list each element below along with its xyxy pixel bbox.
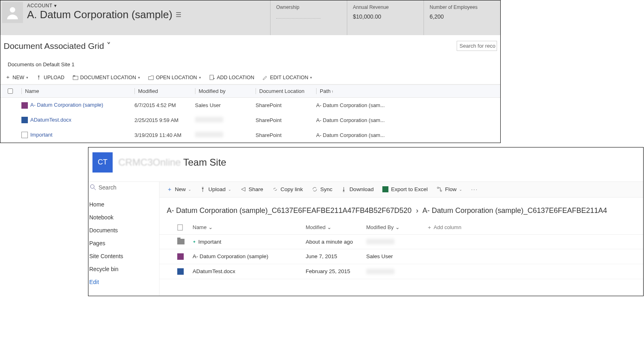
plus-icon: ＋ bbox=[427, 224, 432, 231]
document-link[interactable]: ADatumTest.docx bbox=[30, 117, 71, 123]
grid-row[interactable]: ADatumTest.docx 2/25/2015 9:59 AM ShareP… bbox=[0, 113, 500, 128]
search-label: Search bbox=[99, 184, 116, 191]
sp-list-row[interactable]: ADatumTest.docx February 25, 2015 bbox=[159, 264, 643, 279]
svg-point-5 bbox=[90, 185, 94, 188]
caret-down-icon: ⌄ bbox=[188, 187, 191, 192]
nav-edit[interactable]: Edit bbox=[88, 276, 159, 288]
flow-button[interactable]: Flow⌄ bbox=[436, 186, 462, 192]
nav-recycle-bin[interactable]: Recycle bin bbox=[88, 263, 159, 276]
edit-location-button[interactable]: EDIT LOCATION ▾ bbox=[262, 74, 313, 81]
open-folder-icon bbox=[148, 75, 154, 80]
document-location-label: Documents on Default Site 1 bbox=[0, 53, 500, 71]
more-actions-button[interactable]: ··· bbox=[471, 186, 478, 192]
upload-button[interactable]: ⭱Upload⌄ bbox=[200, 186, 231, 192]
kpi-label: Annual Revenue bbox=[353, 4, 412, 10]
nav-notebook[interactable]: Notebook bbox=[88, 211, 159, 224]
kpi-label: Ownership bbox=[276, 4, 336, 10]
grid-row[interactable]: A- Datum Corporation (sample) 6/7/2015 4… bbox=[0, 98, 500, 113]
col-name[interactable]: Name⌄ bbox=[193, 224, 306, 230]
share-button[interactable]: Share bbox=[240, 186, 263, 192]
edit-icon bbox=[262, 75, 268, 80]
item-name[interactable]: Important bbox=[198, 239, 221, 245]
caret-down-icon: ⌄ bbox=[208, 224, 213, 230]
document-link[interactable]: Important bbox=[30, 132, 52, 138]
label: NEW bbox=[13, 75, 24, 80]
subgrid-view-selector[interactable]: Document Associated Grid ˅ bbox=[4, 41, 111, 51]
location-folder-icon bbox=[73, 75, 78, 80]
new-button[interactable]: ＋ NEW ▾ bbox=[5, 74, 28, 81]
breadcrumb-part[interactable]: A- Datum Corporation (sample)_C6137E6FEA… bbox=[422, 206, 607, 215]
upload-icon: ⭱ bbox=[200, 186, 206, 192]
form-selector-icon[interactable]: ☰ bbox=[176, 11, 181, 19]
label: DOCUMENT LOCATION bbox=[80, 75, 136, 80]
grid-row[interactable]: Important 3/19/2019 11:40 AM SharePoint … bbox=[0, 128, 500, 143]
col-path[interactable]: Path bbox=[320, 88, 331, 94]
new-indicator-icon: ✦ bbox=[193, 240, 196, 244]
entity-type-label: ACCOUNT bbox=[27, 3, 52, 8]
col-modified[interactable]: Modified⌄ bbox=[306, 224, 366, 230]
col-name[interactable]: Name bbox=[25, 88, 39, 94]
caret-down-icon: ▾ bbox=[310, 76, 312, 80]
upload-button[interactable]: ⭱ UPLOAD bbox=[36, 74, 64, 81]
cell-modified: About a minute ago bbox=[306, 239, 366, 245]
search-input[interactable]: Search for reco bbox=[457, 41, 497, 51]
svg-point-8 bbox=[441, 190, 442, 192]
label: EDIT LOCATION bbox=[270, 75, 308, 80]
word-icon bbox=[177, 268, 184, 275]
download-button[interactable]: ⭳Download bbox=[341, 186, 373, 192]
sharepoint-panel: CT CRMC3OnlineTeam Site Search Home Note… bbox=[88, 147, 644, 296]
breadcrumb-part[interactable]: A- Datum Corporation (sample)_C6137E6FEA… bbox=[167, 206, 411, 215]
cell-modified-by bbox=[193, 117, 253, 124]
add-location-button[interactable]: + ADD LOCATION bbox=[209, 74, 254, 81]
nav-pages[interactable]: Pages bbox=[88, 237, 159, 250]
nav-home[interactable]: Home bbox=[88, 198, 159, 211]
breadcrumb-separator-icon: › bbox=[416, 206, 418, 215]
site-prefix: CRMC3Online bbox=[118, 157, 181, 168]
select-all-checkbox[interactable] bbox=[8, 88, 13, 94]
item-name[interactable]: ADatumTest.docx bbox=[193, 268, 235, 274]
flow-icon bbox=[436, 186, 443, 192]
caret-down-icon: ▾ bbox=[199, 76, 201, 80]
document-link[interactable]: A- Datum Corporation (sample) bbox=[30, 102, 103, 108]
cell-modified: June 7, 2015 bbox=[306, 253, 366, 259]
page-icon bbox=[21, 132, 28, 138]
kpi-revenue: Annual Revenue $10,000.00 bbox=[347, 0, 424, 35]
site-title[interactable]: CRMC3OnlineTeam Site bbox=[118, 157, 226, 168]
sync-icon bbox=[312, 186, 318, 192]
file-type-icon bbox=[177, 224, 183, 231]
copy-link-button[interactable]: Copy link bbox=[272, 186, 303, 192]
open-location-button[interactable]: OPEN LOCATION ▾ bbox=[148, 74, 201, 81]
col-modified-by[interactable]: Modified By⌄ bbox=[366, 224, 427, 230]
download-icon: ⭳ bbox=[341, 186, 347, 192]
col-modified[interactable]: Modified bbox=[138, 88, 158, 94]
document-location-button[interactable]: DOCUMENT LOCATION ▾ bbox=[73, 74, 140, 81]
add-icon: + bbox=[209, 75, 215, 80]
entity-type-dropdown[interactable]: ACCOUNT ▾ bbox=[27, 3, 270, 8]
crm-header: ACCOUNT ▾ A. Datum Corporation (sample) … bbox=[0, 0, 500, 35]
grid-header-row: Name Modified Modified by Document Locat… bbox=[0, 84, 500, 98]
svg-line-6 bbox=[94, 188, 96, 190]
onenote-icon bbox=[21, 102, 28, 109]
site-logo[interactable]: CT bbox=[92, 152, 113, 173]
item-name[interactable]: A- Datum Corporation (sample) bbox=[193, 253, 269, 259]
kpi-employees: Number of Employees 6,200 bbox=[424, 0, 500, 35]
kpi-label: Number of Employees bbox=[430, 4, 489, 10]
col-doc-location[interactable]: Document Location bbox=[259, 88, 304, 94]
sp-search[interactable]: Search bbox=[88, 181, 159, 198]
nav-documents[interactable]: Documents bbox=[88, 224, 159, 237]
caret-down-icon: ⌄ bbox=[327, 224, 331, 230]
sync-button[interactable]: Sync bbox=[312, 186, 332, 192]
nav-site-contents[interactable]: Site Contents bbox=[88, 250, 159, 263]
kpi-empty-value bbox=[276, 15, 321, 19]
subgrid-title-row: Document Associated Grid ˅ Search for re… bbox=[0, 35, 500, 53]
add-column-button[interactable]: ＋Add column bbox=[427, 224, 638, 231]
caret-down-icon: ⌄ bbox=[395, 224, 400, 230]
sp-list-row[interactable]: ✦Important About a minute ago bbox=[159, 235, 643, 249]
account-avatar bbox=[2, 2, 23, 23]
cell-path: A- Datum Corporation (sam... bbox=[314, 102, 495, 108]
excel-icon bbox=[382, 186, 388, 192]
sp-list-row[interactable]: A- Datum Corporation (sample) June 7, 20… bbox=[159, 249, 643, 264]
export-excel-button[interactable]: Export to Excel bbox=[382, 186, 428, 192]
new-button[interactable]: ＋New⌄ bbox=[167, 186, 191, 193]
col-modified-by[interactable]: Modified by bbox=[199, 88, 225, 94]
